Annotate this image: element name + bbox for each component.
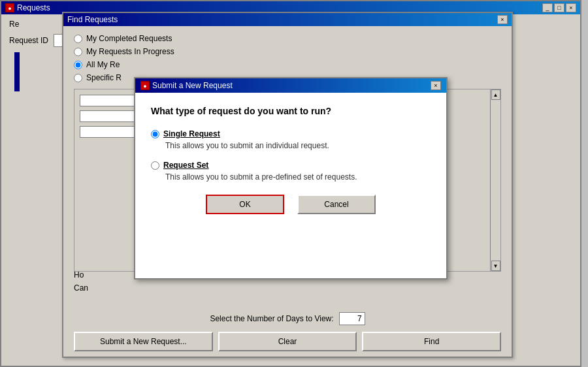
radio-all-my[interactable]: All My Re (74, 60, 501, 69)
bottom-controls: Select the Number of Days to View: Submi… (63, 312, 512, 351)
can-label: Can (74, 283, 88, 293)
submit-titlebar: ● Submit a New Request × (135, 78, 446, 93)
request-set-desc: This allows you to submit a pre-defined … (165, 172, 431, 182)
radio-my-in-progress-label: My Requests In Progress (86, 47, 174, 56)
radio-all-my-label: All My Re (86, 60, 120, 69)
radio-my-completed-label: My Completed Requests (86, 34, 172, 43)
bg-requests-label: Re (9, 20, 19, 29)
radio-my-in-progress-input[interactable] (74, 48, 82, 56)
find-button[interactable]: Find (362, 332, 501, 351)
submit-question: What type of request do you want to run? (151, 106, 431, 116)
main-window-controls[interactable]: _ □ × (542, 3, 576, 12)
action-buttons: Submit a New Request... Clear Find (74, 332, 501, 351)
single-request-radio[interactable] (151, 130, 159, 138)
find-dialog-titlebar: Find Requests × (63, 13, 512, 26)
request-set-title: Request Set (163, 161, 208, 170)
clear-button[interactable]: Clear (218, 332, 357, 351)
days-input[interactable] (339, 312, 365, 325)
radio-specific-label: Specific R (86, 73, 122, 82)
submit-options: Single Request This allows you to submit… (151, 129, 431, 182)
minimize-btn[interactable]: _ (542, 3, 553, 12)
single-request-title-row: Single Request (151, 129, 431, 138)
days-row: Select the Number of Days to View: (74, 312, 501, 325)
submit-dialog-content: What type of request do you want to run?… (135, 93, 446, 227)
cancel-button[interactable]: Cancel (297, 195, 376, 214)
radio-all-my-input[interactable] (74, 61, 82, 69)
submit-dialog-close-btn[interactable]: × (431, 81, 441, 90)
find-dialog-title: Find Requests (67, 15, 118, 24)
request-set-radio[interactable] (151, 161, 159, 170)
radio-my-in-progress[interactable]: My Requests In Progress (74, 47, 501, 56)
scroll-up-btn[interactable]: ▲ (491, 89, 500, 100)
bg-blue-bar (14, 52, 20, 91)
find-dialog-close-btn[interactable]: × (497, 15, 508, 24)
ho-label: Ho (74, 270, 88, 279)
submit-new-request-button[interactable]: Submit a New Request... (74, 332, 213, 351)
ok-button[interactable]: OK (206, 195, 284, 214)
submit-dialog-buttons: OK Cancel (151, 195, 431, 214)
main-window-icon: ● (5, 3, 14, 12)
radio-specific-input[interactable] (74, 74, 82, 82)
maximize-btn[interactable]: □ (554, 3, 564, 12)
submit-dialog-title: Submit a New Request (152, 81, 233, 90)
find-radio-group: My Completed Requests My Requests In Pro… (74, 34, 501, 82)
extra-labels-area: Ho Can (74, 270, 88, 293)
submit-dialog: ● Submit a New Request × What type of re… (134, 77, 448, 279)
single-request-desc: This allows you to submit an individual … (165, 141, 431, 150)
single-request-option: Single Request This allows you to submit… (151, 129, 431, 150)
single-request-title: Single Request (163, 129, 220, 138)
bg-request-id-label: Request ID (9, 36, 48, 45)
radio-my-completed[interactable]: My Completed Requests (74, 34, 501, 43)
request-set-title-row: Request Set (151, 161, 431, 170)
submit-dialog-icon: ● (140, 81, 150, 90)
main-window-title: Requests (17, 3, 50, 12)
close-main-btn[interactable]: × (566, 3, 576, 12)
days-label: Select the Number of Days to View: (210, 314, 333, 323)
request-set-option: Request Set This allows you to submit a … (151, 161, 431, 182)
scroll-down-btn[interactable]: ▼ (491, 261, 500, 271)
scrollbar[interactable]: ▲ ▼ (490, 89, 500, 271)
radio-my-completed-input[interactable] (74, 35, 82, 43)
